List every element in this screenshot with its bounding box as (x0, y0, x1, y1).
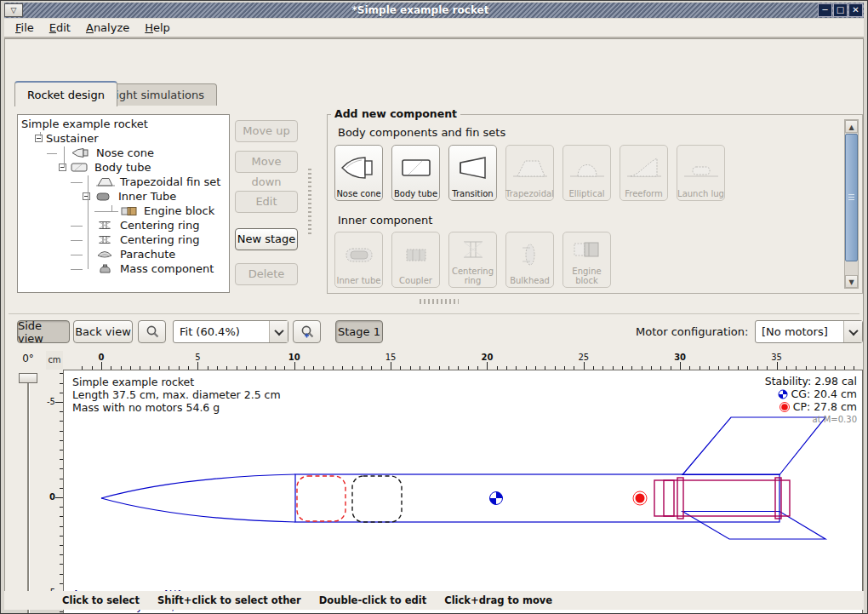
back-view-button[interactable]: Back view (73, 320, 133, 343)
rotation-angle-label: 0° (15, 353, 41, 364)
menu-help[interactable]: Help (139, 20, 176, 36)
motor-configuration-combobox[interactable]: [No motors] (755, 320, 863, 343)
add-trapezoidal-button[interactable]: Trapezoidal (505, 145, 554, 201)
add-body-tube-button[interactable]: Body tube (391, 145, 440, 201)
view-toolbar: Side view Back view Fit (60.4%) Stage (9, 313, 859, 347)
stage-1-toggle[interactable]: Stage 1 (335, 320, 383, 343)
maximize-button[interactable]: □ (833, 3, 848, 17)
status-hint: Click to select (62, 594, 140, 606)
component-tree[interactable]: Simple example rocketSustainerNose coneB… (17, 114, 230, 293)
tree-item-body-tube[interactable]: Body tube (18, 160, 229, 175)
tree-item-trapezoidal-fin-set[interactable]: Trapezoidal fin set (18, 175, 229, 189)
centering-ring-outline (775, 478, 781, 519)
fin-top (682, 417, 825, 475)
add-bulkhead-button[interactable]: Bulkhead (505, 232, 554, 288)
expander-icon[interactable] (83, 192, 90, 200)
add-coupler-button[interactable]: Coupler (391, 232, 440, 288)
c-bodytube-icon (392, 146, 439, 189)
move-down-button[interactable]: Move down (235, 151, 298, 173)
chevron-down-icon[interactable] (269, 321, 288, 342)
tree-item-engine-block[interactable]: Engine block (18, 204, 229, 218)
delete-button[interactable]: Delete (235, 263, 298, 285)
c-nosecone-icon (335, 146, 382, 189)
add-engine-block-button[interactable]: Engine block (562, 232, 611, 288)
tree-root-item[interactable]: Simple example rocket (18, 117, 229, 131)
add-launch-lug-button[interactable]: Launch lug (677, 145, 725, 201)
vertical-ruler: -505 (46, 370, 63, 614)
window-title: *Simple example rocket (23, 4, 818, 16)
c-coupler-icon (392, 232, 439, 276)
rotation-slider-thumb[interactable] (19, 373, 37, 383)
tree-item-mass-component[interactable]: Mass component (18, 261, 229, 276)
motor-configuration-value: [No motors] (756, 325, 843, 338)
cp-icon (779, 402, 790, 412)
cp-marker (633, 491, 647, 505)
nose-cone-outline (101, 498, 295, 522)
component-scrollbar[interactable]: ▲ ▼ (844, 119, 859, 289)
add-nose-cone-button[interactable]: Nose cone (334, 145, 383, 201)
c-launchlug-icon (677, 146, 724, 189)
tree-item-parachute[interactable]: Parachute (18, 247, 229, 261)
menu-file[interactable]: File (9, 20, 40, 36)
cp-value: CP: 27.8 cm (793, 400, 857, 413)
menu-edit[interactable]: Edit (43, 20, 77, 36)
expander-icon[interactable] (59, 164, 66, 171)
tree-item-centering-ring[interactable]: Centering ring (18, 218, 229, 232)
status-hint: Double-click to edit (319, 594, 426, 606)
scrollbar-thumb[interactable] (845, 134, 858, 261)
add-centering-ring-button[interactable]: Centering ring (448, 232, 497, 288)
motor-configuration-label: Motor configuration: (636, 325, 748, 338)
c-freeform-icon (620, 146, 667, 189)
body-tube-outline (295, 474, 779, 522)
zoom-out-button[interactable] (138, 320, 166, 343)
tree-item-inner-tube[interactable]: Inner Tube (18, 189, 229, 204)
minimize-button[interactable]: ─ (818, 3, 832, 17)
tree-item-centering-ring[interactable]: Centering ring (18, 232, 229, 247)
application-window: ▽ *Simple example rocket ─ □ ✕ FileEditA… (0, 0, 868, 614)
c-centeringring-icon (449, 232, 496, 267)
zoom-level-value: Fit (60.4%) (174, 325, 269, 338)
close-button[interactable]: ✕ (848, 3, 863, 17)
tab-rocket-design[interactable]: Rocket design (14, 81, 117, 106)
mach-label: at M=0.30 (765, 413, 857, 426)
window-menu-icon[interactable]: ▽ (4, 3, 23, 17)
centering-ring-outline (677, 478, 683, 519)
side-view-button[interactable]: Side view (17, 320, 70, 343)
new-stage-button[interactable]: New stage (235, 228, 298, 250)
c-innertube-icon (335, 232, 382, 276)
horizontal-splitter-handle[interactable] (420, 299, 459, 304)
expander-icon[interactable] (35, 135, 43, 142)
scroll-down-icon[interactable]: ▼ (845, 275, 858, 288)
status-hint: Click+drag to move (444, 594, 552, 606)
menu-bar: FileEditAnalyzeHelp (4, 19, 864, 38)
edit-button[interactable]: Edit (235, 191, 298, 213)
tree-item-sustainer[interactable]: Sustainer (18, 131, 229, 146)
c-transition-icon (449, 146, 496, 189)
scroll-up-icon[interactable]: ▲ (845, 120, 858, 133)
add-freeform-button[interactable]: Freeform (620, 145, 668, 201)
add-inner-tube-button[interactable]: Inner tube (334, 232, 383, 288)
chevron-down-icon[interactable] (843, 321, 862, 342)
finset-icon (95, 176, 116, 187)
engineblock-icon (119, 205, 140, 216)
move-up-button[interactable]: Move up (235, 120, 298, 142)
zoom-in-button[interactable] (293, 320, 321, 343)
c-trapezoid-icon (506, 146, 553, 189)
zoom-level-combobox[interactable]: Fit (60.4%) (173, 320, 288, 343)
title-bar[interactable]: ▽ *Simple example rocket ─ □ ✕ (4, 3, 864, 18)
centeringring-icon (95, 234, 116, 245)
magnifier-plus-icon (300, 324, 315, 340)
rotation-slider[interactable] (27, 380, 30, 614)
menu-analyze[interactable]: Analyze (80, 20, 135, 36)
status-hint: Shift+click to select other (157, 594, 301, 606)
bodytube-icon (70, 162, 90, 173)
rocket-design-canvas[interactable]: Simple example rocket Length 37.5 cm, ma… (63, 370, 863, 614)
nosecone-icon (71, 147, 92, 158)
cg-marker (490, 492, 503, 505)
add-transition-button[interactable]: Transition (448, 145, 497, 201)
add-elliptical-button[interactable]: Elliptical (562, 145, 611, 201)
vertical-splitter-handle[interactable] (308, 169, 311, 237)
cg-icon (778, 389, 788, 399)
cg-value: CG: 20.4 cm (791, 387, 857, 400)
parachute-icon (95, 249, 116, 260)
